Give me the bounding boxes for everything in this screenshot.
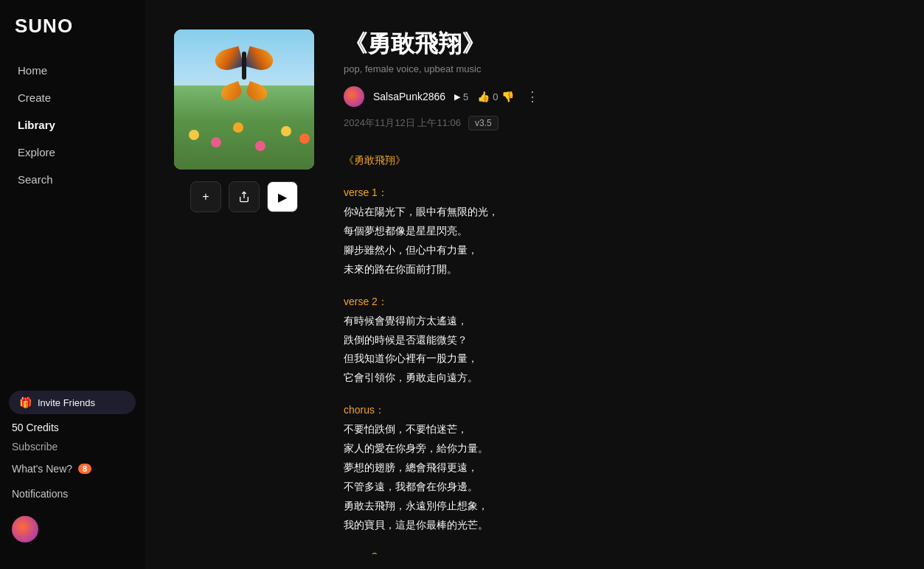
- lyrics-main-title: 《勇敢飛翔》: [344, 151, 887, 170]
- song-title: 《勇敢飛翔》: [344, 29, 887, 57]
- sidebar-item-search[interactable]: Search: [9, 167, 136, 192]
- song-date: 2024年11月12日 上午11:06: [344, 116, 461, 130]
- wing-left-top: [213, 46, 244, 72]
- verse3-label: verse 3：: [344, 548, 887, 554]
- invite-friends-button[interactable]: 🎁 Invite Friends: [9, 391, 136, 414]
- verse1-line-2: 每個夢想都像是星星閃亮。: [344, 222, 887, 241]
- gift-icon: 🎁: [19, 397, 32, 408]
- verse2-line-2: 跌倒的時候是否還能微笑？: [344, 331, 887, 350]
- more-options-button[interactable]: ⋮: [523, 88, 542, 105]
- subscribe-link[interactable]: Subscribe: [9, 441, 136, 453]
- share-button[interactable]: [229, 181, 260, 212]
- verse2-line-1: 有時候會覺得前方太遙遠，: [344, 312, 887, 331]
- chorus-line-2: 家人的愛在你身旁，給你力量。: [344, 439, 887, 458]
- chorus-line-3: 夢想的翅膀，總會飛得更遠，: [344, 458, 887, 478]
- butterfly-body: [242, 52, 246, 80]
- controls-row: + ▶: [190, 181, 298, 212]
- verse2-line-3: 但我知道你心裡有一股力量，: [344, 349, 887, 369]
- field-layer: [174, 85, 314, 170]
- lyrics-spacer-2: [344, 279, 887, 287]
- chorus-line-1: 不要怕跌倒，不要怕迷芒，: [344, 420, 887, 439]
- lyrics-spacer-4: [344, 534, 887, 542]
- whats-new-row[interactable]: What's New? 8: [9, 460, 136, 478]
- verse1-label: verse 1：: [344, 184, 887, 203]
- verse1-line-3: 腳步雖然小，但心中有力量，: [344, 241, 887, 260]
- whats-new-label: What's New?: [12, 463, 72, 475]
- verse2-label: verse 2：: [344, 293, 887, 312]
- main-content: + ▶ 《勇敢飛翔》 pop, female voice, upbeat mus…: [145, 0, 924, 569]
- flower-6: [299, 133, 310, 144]
- verse1-line-4: 未來的路在你面前打開。: [344, 260, 887, 279]
- notifications-link[interactable]: Notifications: [9, 485, 136, 503]
- lyrics-container: 《勇敢飛翔》 verse 1： 你站在陽光下，眼中有無限的光， 每個夢想都像是星…: [344, 145, 887, 554]
- play-button[interactable]: ▶: [267, 181, 298, 212]
- invite-friends-label: Invite Friends: [38, 397, 95, 408]
- song-user-avatar[interactable]: [344, 86, 364, 107]
- left-panel: + ▶: [174, 29, 314, 554]
- add-button[interactable]: +: [190, 181, 221, 212]
- chorus-label: chorus：: [344, 401, 887, 420]
- chorus-line-6: 我的寶貝，這是你最棒的光芒。: [344, 516, 887, 535]
- butterfly-illustration: [215, 46, 274, 97]
- date-row: 2024年11月12日 上午11:06 v3.5: [344, 116, 887, 130]
- chorus-line-4: 不管多遠，我都會在你身邊。: [344, 478, 887, 497]
- sidebar: SUNO Home Create Library Explore Search …: [0, 0, 145, 569]
- lyrics-spacer-3: [344, 388, 887, 395]
- play-icon: ▶: [454, 92, 460, 102]
- dislike-button[interactable]: 👎: [501, 91, 514, 102]
- right-panel: 《勇敢飛翔》 pop, female voice, upbeat music S…: [344, 29, 895, 554]
- verse2-line-4: 它會引領你，勇敢走向遠方。: [344, 369, 887, 388]
- flower-3: [233, 122, 243, 133]
- chorus-line-5: 勇敢去飛翔，永遠別停止想象，: [344, 497, 887, 516]
- logo: SUNO: [0, 15, 145, 58]
- play-count: 5: [463, 91, 468, 102]
- share-icon: [238, 191, 250, 203]
- like-count: 0: [493, 91, 498, 102]
- credits-display: 50 Credits: [9, 422, 136, 433]
- song-meta-row: SalsaPunk2866 ▶ 5 👍 0 👎 ⋮: [344, 86, 887, 107]
- flower-2: [211, 137, 221, 147]
- lyrics-spacer-1: [344, 170, 887, 178]
- song-tags: pop, female voice, upbeat music: [344, 63, 887, 74]
- like-button[interactable]: 👍: [477, 91, 490, 102]
- flower-5: [281, 126, 291, 136]
- flower-4: [255, 141, 265, 151]
- flower-1: [189, 130, 199, 140]
- album-art: [174, 29, 314, 170]
- version-badge: v3.5: [468, 116, 499, 130]
- sidebar-item-create[interactable]: Create: [9, 85, 136, 110]
- sidebar-nav: Home Create Library Explore Search: [0, 58, 145, 379]
- sidebar-item-home[interactable]: Home: [9, 58, 136, 83]
- like-row: 👍 0 👎: [477, 91, 513, 102]
- wing-right-top: [244, 46, 275, 72]
- sidebar-item-library[interactable]: Library: [9, 113, 136, 137]
- user-avatar[interactable]: [12, 516, 38, 542]
- whats-new-badge: 8: [78, 464, 91, 474]
- play-count-row: ▶ 5: [454, 91, 468, 102]
- album-art-inner: [174, 29, 314, 170]
- song-username[interactable]: SalsaPunk2866: [373, 91, 445, 102]
- verse1-line-1: 你站在陽光下，眼中有無限的光，: [344, 203, 887, 222]
- sidebar-item-explore[interactable]: Explore: [9, 140, 136, 164]
- sidebar-bottom: 🎁 Invite Friends 50 Credits Subscribe Wh…: [0, 379, 145, 554]
